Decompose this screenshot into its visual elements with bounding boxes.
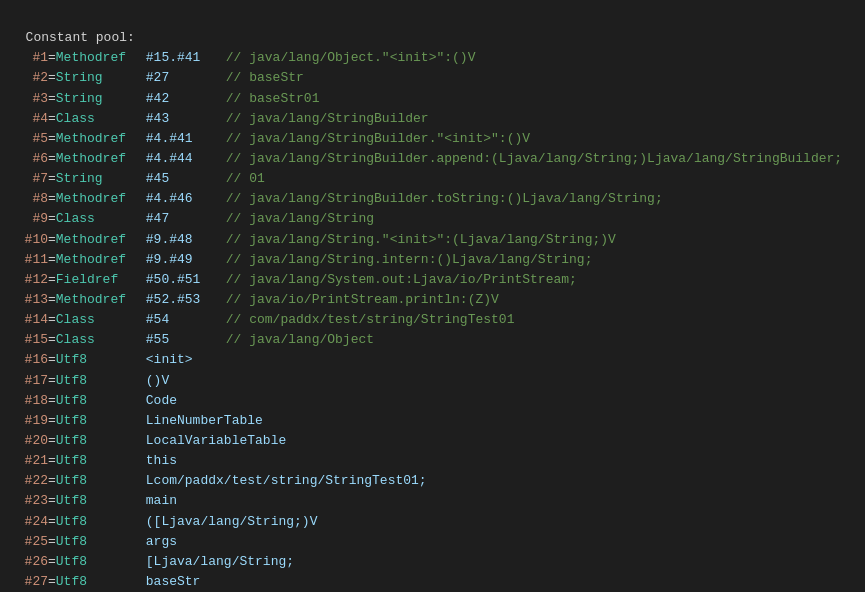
separator: =: [48, 330, 56, 350]
entry-type: Utf8: [56, 512, 146, 532]
separator: =: [48, 230, 56, 250]
separator: =: [48, 552, 56, 572]
entry-number: #13: [10, 290, 48, 310]
entry-ref: #54: [146, 310, 226, 330]
entry-comment: // java/lang/StringBuilder.toString:()Lj…: [226, 189, 663, 209]
table-row: #13 = Methodref#52.#53 // java/io/PrintS…: [10, 290, 855, 310]
entry-ref: [Ljava/lang/String;: [146, 552, 294, 572]
entry-ref: #9.#49: [146, 250, 226, 270]
entry-number: #27: [10, 572, 48, 592]
table-row: #7 = String#45 // 01: [10, 169, 855, 189]
separator: =: [48, 572, 56, 592]
table-row: #1 = Methodref#15.#41 // java/lang/Objec…: [10, 48, 855, 68]
entry-number: #21: [10, 451, 48, 471]
separator: =: [48, 471, 56, 491]
entry-ref: #50.#51: [146, 270, 226, 290]
entry-number: #6: [10, 149, 48, 169]
entry-type: Utf8: [56, 371, 146, 391]
entry-number: #10: [10, 230, 48, 250]
entry-ref: #43: [146, 109, 226, 129]
entry-number: #7: [10, 169, 48, 189]
table-row: #12 = Fieldref#50.#51 // java/lang/Syste…: [10, 270, 855, 290]
entry-type: Utf8: [56, 431, 146, 451]
entry-number: #16: [10, 350, 48, 370]
entry-type: Methodref: [56, 149, 146, 169]
table-row: #27 = Utf8baseStr: [10, 572, 855, 592]
entry-ref: #45: [146, 169, 226, 189]
entry-number: #4: [10, 109, 48, 129]
separator: =: [48, 169, 56, 189]
entry-type: Methodref: [56, 250, 146, 270]
entry-number: #11: [10, 250, 48, 270]
entry-type: String: [56, 89, 146, 109]
table-row: #4 = Class#43 // java/lang/StringBuilder: [10, 109, 855, 129]
entry-ref: main: [146, 491, 226, 511]
entry-type: String: [56, 169, 146, 189]
table-row: #14 = Class#54 // com/paddx/test/string/…: [10, 310, 855, 330]
entry-ref: #4.#41: [146, 129, 226, 149]
separator: =: [48, 431, 56, 451]
entry-ref: #4.#46: [146, 189, 226, 209]
entry-type: Utf8: [56, 411, 146, 431]
entry-ref: #4.#44: [146, 149, 226, 169]
separator: =: [48, 411, 56, 431]
entry-ref: #27: [146, 68, 226, 88]
separator: =: [48, 391, 56, 411]
entry-type: Utf8: [56, 451, 146, 471]
entry-ref: #15.#41: [146, 48, 226, 68]
table-row: #22 = Utf8Lcom/paddx/test/string/StringT…: [10, 471, 855, 491]
table-row: #8 = Methodref#4.#46 // java/lang/String…: [10, 189, 855, 209]
entry-number: #18: [10, 391, 48, 411]
entry-number: #2: [10, 68, 48, 88]
table-row: #3 = String#42 // baseStr01: [10, 89, 855, 109]
entries-list: #1 = Methodref#15.#41 // java/lang/Objec…: [10, 48, 855, 592]
constant-pool-block: Constant pool:: [10, 8, 855, 48]
entry-comment: // java/lang/StringBuilder."<init>":()V: [226, 129, 530, 149]
entry-number: #26: [10, 552, 48, 572]
entry-number: #1: [10, 48, 48, 68]
table-row: #23 = Utf8main: [10, 491, 855, 511]
entry-ref: ()V: [146, 371, 226, 391]
table-row: #25 = Utf8args: [10, 532, 855, 552]
table-row: #2 = String#27 // baseStr: [10, 68, 855, 88]
entry-comment: // java/lang/StringBuilder.append:(Ljava…: [226, 149, 842, 169]
separator: =: [48, 68, 56, 88]
entry-comment: // java/lang/String: [226, 209, 374, 229]
entry-comment: // com/paddx/test/string/StringTest01: [226, 310, 515, 330]
entry-comment: // baseStr: [226, 68, 304, 88]
separator: =: [48, 129, 56, 149]
separator: =: [48, 109, 56, 129]
entry-number: #19: [10, 411, 48, 431]
section-heading: Constant pool:: [26, 30, 135, 45]
separator: =: [48, 89, 56, 109]
table-row: #10 = Methodref#9.#48 // java/lang/Strin…: [10, 230, 855, 250]
entry-comment: // java/lang/String."<init>":(Ljava/lang…: [226, 230, 616, 250]
separator: =: [48, 371, 56, 391]
separator: =: [48, 451, 56, 471]
separator: =: [48, 491, 56, 511]
separator: =: [48, 149, 56, 169]
table-row: #16 = Utf8<init>: [10, 350, 855, 370]
table-row: #24 = Utf8([Ljava/lang/String;)V: [10, 512, 855, 532]
separator: =: [48, 512, 56, 532]
entry-comment: // java/lang/StringBuilder: [226, 109, 429, 129]
entry-type: Class: [56, 330, 146, 350]
entry-ref: <init>: [146, 350, 226, 370]
entry-number: #23: [10, 491, 48, 511]
entry-type: Utf8: [56, 532, 146, 552]
entry-type: Utf8: [56, 491, 146, 511]
separator: =: [48, 250, 56, 270]
entry-ref: #52.#53: [146, 290, 226, 310]
entry-number: #15: [10, 330, 48, 350]
entry-type: Utf8: [56, 471, 146, 491]
separator: =: [48, 270, 56, 290]
entry-number: #5: [10, 129, 48, 149]
entry-number: #12: [10, 270, 48, 290]
entry-comment: // java/io/PrintStream.println:(Z)V: [226, 290, 499, 310]
entry-type: Class: [56, 109, 146, 129]
entry-comment: // 01: [226, 169, 265, 189]
entry-ref: ([Ljava/lang/String;)V: [146, 512, 318, 532]
entry-ref: #47: [146, 209, 226, 229]
table-row: #9 = Class#47 // java/lang/String: [10, 209, 855, 229]
table-row: #18 = Utf8Code: [10, 391, 855, 411]
